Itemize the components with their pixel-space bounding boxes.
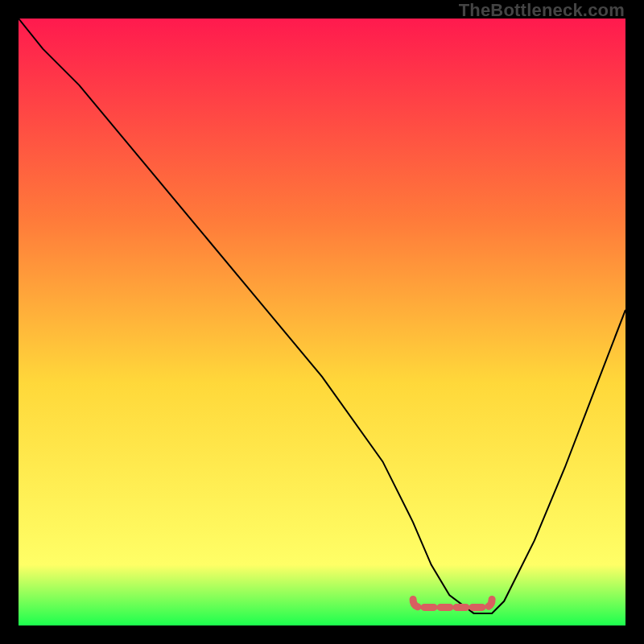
chart-svg	[19, 19, 625, 625]
chart-frame	[19, 19, 625, 625]
watermark-text: TheBottleneck.com	[459, 0, 625, 21]
chart-background	[19, 19, 625, 625]
